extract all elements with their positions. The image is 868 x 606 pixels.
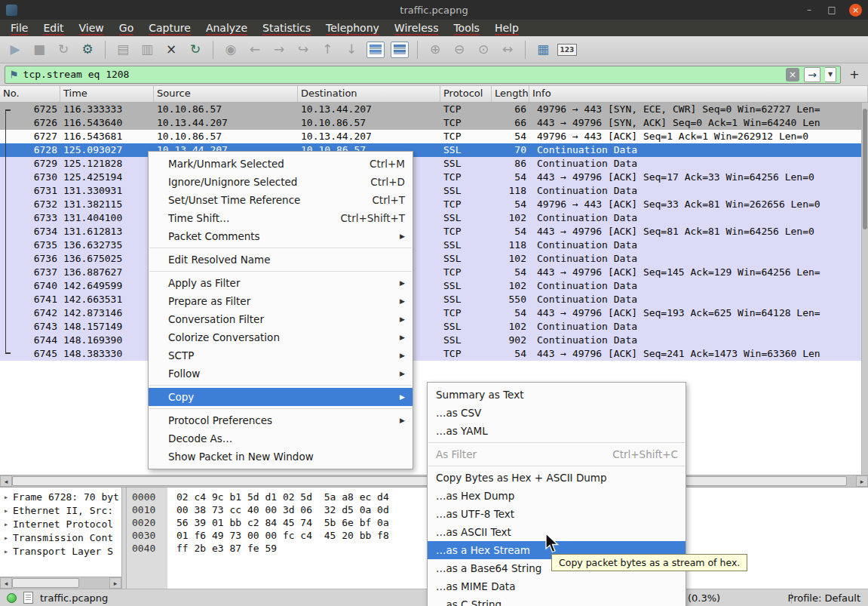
packet-row-6732[interactable]: 6732131.382115TCP5449796 → 443 [ACK] Seq… xyxy=(0,198,868,211)
reload-file-icon[interactable]: ↻ xyxy=(185,39,206,60)
menu-item-prepare-as-filter[interactable]: Prepare as Filter▶ xyxy=(149,292,413,310)
close-button[interactable]: × xyxy=(849,4,862,17)
packet-detail-row[interactable]: ▸Ethernet II, Src: xyxy=(0,504,121,518)
menubar-item-file[interactable]: File xyxy=(3,21,35,35)
expand-arrow-icon[interactable]: ▸ xyxy=(4,518,8,531)
expand-arrow-icon[interactable]: ▸ xyxy=(4,491,8,504)
capture-options-icon[interactable]: ⚙ xyxy=(77,39,98,60)
packet-detail-row[interactable]: ▸Frame 6728: 70 byt xyxy=(0,491,121,504)
packet-row-6726[interactable]: 6726116.54364010.13.44.20710.10.86.57TCP… xyxy=(0,116,868,130)
menu-item-as-mime-data[interactable]: …as MIME Data xyxy=(428,577,686,595)
column-header-length[interactable]: Length xyxy=(492,86,529,102)
maximize-button[interactable]: □ xyxy=(827,5,837,15)
packet-row-6734[interactable]: 6734131.612813TCP54443 → 49796 [ACK] Seq… xyxy=(0,225,868,238)
packet-row-6743[interactable]: 6743148.157149SSL102Continuation Data xyxy=(0,320,868,334)
packet-row-6727[interactable]: 6727116.54368110.10.86.5710.13.44.207TCP… xyxy=(0,130,868,143)
column-header-destination[interactable]: Destination xyxy=(298,86,440,102)
menu-item-as-hex-dump[interactable]: …as Hex Dump xyxy=(428,487,686,505)
scroll-left-icon[interactable]: ◂ xyxy=(0,475,12,487)
menu-item-time-shift[interactable]: Time Shift…Ctrl+Shift+T xyxy=(149,209,413,227)
minimize-button[interactable]: – xyxy=(804,5,814,15)
menu-item-show-packet-in-new-window[interactable]: Show Packet in New Window xyxy=(149,448,413,466)
filter-apply-icon[interactable]: → xyxy=(804,67,820,82)
close-file-icon[interactable]: × xyxy=(161,39,182,60)
menu-item-set-unset-time-reference[interactable]: Set/Unset Time ReferenceCtrl+T xyxy=(149,191,413,209)
packet-row-6740[interactable]: 6740142.649599SSL102Continuation Data xyxy=(0,279,868,293)
capture-file-properties-icon[interactable] xyxy=(23,592,33,604)
menubar-item-go[interactable]: Go xyxy=(112,21,141,35)
packet-row-6741[interactable]: 6741142.663531SSL550Continuation Data xyxy=(0,293,868,306)
expand-arrow-icon[interactable]: ▸ xyxy=(4,504,8,518)
menubar-item-edit[interactable]: Edit xyxy=(35,21,71,35)
column-header-time[interactable]: Time xyxy=(60,86,154,102)
scrollbar-thumb[interactable] xyxy=(863,109,867,229)
display-filter-input[interactable] xyxy=(23,69,781,80)
packet-row-6728[interactable]: 6728125.09302710.13.44.20710.10.86.57SSL… xyxy=(0,143,868,157)
packet-list-vscrollbar[interactable] xyxy=(861,103,868,475)
scroll-right-icon[interactable]: ▸ xyxy=(109,577,121,589)
filter-bookmark-icon[interactable]: ⚑ xyxy=(9,69,19,81)
packet-row-6730[interactable]: 6730125.425194TCP54443 → 49796 [ACK] Seq… xyxy=(0,171,868,184)
packet-row-6731[interactable]: 6731131.330931SSL118Continuation Data xyxy=(0,184,868,198)
menubar-item-wireless[interactable]: Wireless xyxy=(387,21,446,35)
menu-item-copy-bytes-as-hex-ascii-dump[interactable]: Copy Bytes as Hex + ASCII Dump xyxy=(428,469,686,487)
menu-item-colorize-conversation[interactable]: Colorize Conversation▶ xyxy=(149,328,413,346)
column-header-source[interactable]: Source xyxy=(154,86,298,102)
packet-row-6736[interactable]: 6736136.675025SSL102Continuation Data xyxy=(0,252,868,266)
packet-row-6742[interactable]: 6742142.873146TCP54443 → 49796 [ACK] Seq… xyxy=(0,306,868,320)
packet-row-6733[interactable]: 6733131.404100SSL102Continuation Data xyxy=(0,211,868,225)
menu-item-as-yaml[interactable]: …as YAML xyxy=(428,422,686,440)
filter-clear-icon[interactable]: × xyxy=(786,68,799,82)
menubar-item-statistics[interactable]: Statistics xyxy=(255,21,318,35)
filter-add-button[interactable]: + xyxy=(845,66,863,83)
expand-arrow-icon[interactable]: ▸ xyxy=(4,545,8,558)
packet-detail-row[interactable]: ▸Transport Layer S xyxy=(0,545,121,558)
pane-splitter[interactable] xyxy=(121,488,127,589)
scrollbar-thumb[interactable] xyxy=(12,578,79,588)
packet-detail-row[interactable]: ▸Transmission Cont xyxy=(0,531,121,545)
scroll-left-icon[interactable]: ◂ xyxy=(0,577,12,589)
menubar-item-capture[interactable]: Capture xyxy=(141,21,198,35)
packet-row-6725[interactable]: 6725116.33333310.10.86.5710.13.44.207TCP… xyxy=(0,103,868,116)
layout-123-icon[interactable]: 123 xyxy=(557,39,578,60)
column-header-no[interactable]: No. xyxy=(0,86,60,102)
capture-status-icon[interactable] xyxy=(7,593,17,603)
packet-row-6729[interactable]: 6729125.121828SSL86Continuation Data xyxy=(0,157,868,171)
menu-item-edit-resolved-name[interactable]: Edit Resolved Name xyxy=(149,251,413,269)
packet-detail-row[interactable]: ▸Internet Protocol xyxy=(0,518,121,531)
menu-item-conversation-filter[interactable]: Conversation Filter▶ xyxy=(149,310,413,328)
coloring-rules-icon[interactable]: ▦ xyxy=(532,39,554,60)
details-hscrollbar[interactable]: ◂ ▸ xyxy=(0,577,121,589)
expand-arrow-icon[interactable]: ▸ xyxy=(4,531,8,545)
menu-item-follow[interactable]: Follow▶ xyxy=(149,365,413,383)
menubar-item-view[interactable]: View xyxy=(72,21,112,35)
menu-item-as-csv[interactable]: …as CSV xyxy=(428,404,686,422)
packet-row-6737[interactable]: 6737136.887627TCP54443 → 49796 [ACK] Seq… xyxy=(0,266,868,279)
menu-item-mark-unmark-selected[interactable]: Mark/Unmark SelectedCtrl+M xyxy=(149,155,413,173)
menu-item-packet-comments[interactable]: Packet Comments▶ xyxy=(149,227,413,245)
menubar-item-analyze[interactable]: Analyze xyxy=(198,21,255,35)
scroll-right-icon[interactable]: ▸ xyxy=(856,475,868,487)
menu-item-summary-as-text[interactable]: Summary as Text xyxy=(428,386,686,404)
autoscroll-icon[interactable] xyxy=(365,39,386,60)
scrollbar-track[interactable] xyxy=(12,577,109,589)
column-header-protocol[interactable]: Protocol xyxy=(440,86,492,102)
packet-row-6744[interactable]: 6744148.169390SSL902Continuation Data xyxy=(0,334,868,347)
filter-dropdown-icon[interactable]: ▼ xyxy=(825,67,836,82)
packet-row-6745[interactable]: 6745148.383330TCP54443 → 49796 [ACK] Seq… xyxy=(0,347,868,361)
column-header-info[interactable]: Info xyxy=(529,86,868,102)
menu-item-protocol-preferences[interactable]: Protocol Preferences▶ xyxy=(149,411,413,429)
status-profile[interactable]: Profile: Default xyxy=(788,592,860,604)
menubar-item-telephony[interactable]: Telephony xyxy=(318,21,387,35)
colorize-packets-icon[interactable] xyxy=(389,39,410,60)
packet-row-6735[interactable]: 6735136.632735SSL118Continuation Data xyxy=(0,238,868,252)
menu-item-copy[interactable]: Copy▶ xyxy=(149,388,413,406)
menu-item-sctp[interactable]: SCTP▶ xyxy=(149,346,413,365)
menubar-item-help[interactable]: Help xyxy=(487,21,526,35)
menu-item-as-c-string[interactable]: …as C String xyxy=(428,595,686,606)
menu-item-as-utf-8-text[interactable]: …as UTF-8 Text xyxy=(428,505,686,523)
menu-item-decode-as[interactable]: Decode As… xyxy=(149,429,413,448)
menu-item-ignore-unignore-selected[interactable]: Ignore/Unignore SelectedCtrl+D xyxy=(149,173,413,191)
menubar-item-tools[interactable]: Tools xyxy=(446,21,487,35)
menu-item-apply-as-filter[interactable]: Apply as Filter▶ xyxy=(149,274,413,292)
